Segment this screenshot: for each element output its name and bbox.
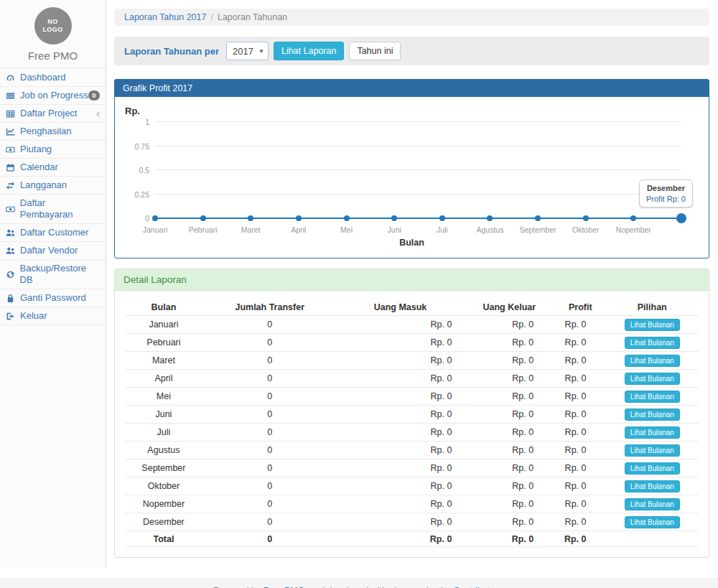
sidebar-item-dashboard[interactable]: Dashboard bbox=[0, 69, 106, 87]
cell-profit: Rp. 0 bbox=[555, 370, 605, 388]
cell-profit: Rp. 0 bbox=[555, 388, 605, 406]
chart-panel: Grafik Profit 2017 Rp. Desember Profit R… bbox=[114, 79, 709, 258]
cell-uang-keluar: Rp. 0 bbox=[463, 459, 555, 477]
cell-profit: Rp. 0 bbox=[555, 513, 605, 531]
brand: NO LOGO Free PMO bbox=[0, 0, 106, 68]
x-tick-label: Juli bbox=[437, 225, 448, 234]
lihat-bulanan-button[interactable]: Lihat Bulanan bbox=[625, 480, 680, 493]
cell-pilihan: Lihat Bulanan bbox=[606, 459, 699, 477]
sidebar-item-piutang[interactable]: Piutang bbox=[0, 141, 106, 159]
lihat-bulanan-button[interactable]: Lihat Bulanan bbox=[625, 426, 680, 439]
sidebar-item-label: Daftar Customer bbox=[20, 227, 88, 238]
year-select-wrap: 2017 ▼ bbox=[226, 42, 269, 60]
y-tick-label: 1 bbox=[123, 118, 149, 126]
sidebar-item-keluar[interactable]: Keluar bbox=[0, 307, 106, 325]
data-point-nopember[interactable] bbox=[630, 215, 636, 221]
data-point-agustus[interactable] bbox=[487, 215, 493, 221]
lihat-bulanan-button[interactable]: Lihat Bulanan bbox=[625, 391, 680, 403]
sidebar-item-label: Piutang bbox=[20, 144, 52, 155]
sidebar-item-penghasilan[interactable]: Penghasilan bbox=[0, 123, 106, 141]
cell-uang-masuk: Rp. 0 bbox=[337, 388, 464, 406]
sidebar-item-label: Backup/Restore DB bbox=[20, 263, 100, 286]
sidebar-item-daftar-customer[interactable]: Daftar Customer bbox=[0, 224, 106, 242]
gridline bbox=[155, 194, 681, 195]
cell-pilihan: Lihat Bulanan bbox=[606, 352, 699, 370]
lihat-bulanan-button[interactable]: Lihat Bulanan bbox=[625, 409, 680, 421]
sidebar-item-label: Keluar bbox=[20, 310, 47, 322]
sidebar-item-ganti-password[interactable]: Ganti Password bbox=[0, 289, 106, 307]
footer: Powered by Free PMO, and developed with … bbox=[0, 578, 718, 588]
sidebar-item-label: Daftar Project bbox=[20, 108, 77, 119]
data-point-pebruari[interactable] bbox=[200, 215, 206, 221]
cell-pilihan: Lihat Bulanan bbox=[606, 513, 699, 531]
chart-body: Rp. Desember Profit Rp: 0 00.250.50.751J… bbox=[115, 97, 709, 258]
cell-pilihan: Lihat Bulanan bbox=[606, 388, 699, 406]
sidebar-item-daftar-vendor[interactable]: Daftar Vendor bbox=[0, 242, 106, 260]
main-content: Laporan Tahun 2017/Laporan Tahunan Lapor… bbox=[106, 0, 718, 568]
breadcrumb-link[interactable]: Laporan Tahun 2017 bbox=[124, 12, 206, 22]
money-icon bbox=[6, 205, 17, 214]
cell-uang-masuk: Rp. 0 bbox=[337, 316, 464, 334]
data-point-mei[interactable] bbox=[344, 215, 350, 221]
cell-jumlah-transfer: 0 bbox=[202, 495, 337, 513]
x-tick-label: September bbox=[519, 225, 556, 234]
y-tick-label: 0.25 bbox=[123, 190, 149, 199]
sidebar-item-daftar-project[interactable]: Daftar Project‹ bbox=[0, 105, 106, 123]
lihat-laporan-button[interactable]: Lihat Laporan bbox=[274, 42, 344, 60]
tahun-ini-button[interactable]: Tahun ini bbox=[349, 42, 401, 60]
y-tick-label: 0 bbox=[123, 214, 149, 223]
lihat-bulanan-button[interactable]: Lihat Bulanan bbox=[625, 498, 680, 510]
table-row: Nopember0Rp. 0Rp. 0Rp. 0Lihat Bulanan bbox=[125, 495, 699, 513]
chart-tooltip-title: Desember bbox=[646, 184, 686, 192]
sidebar-item-daftar-pembayaran[interactable]: Daftar Pembayaran bbox=[0, 195, 106, 224]
retweet-icon bbox=[6, 181, 17, 190]
cell-profit: Rp. 0 bbox=[555, 316, 605, 334]
sidebar-item-calendar[interactable]: Calendar bbox=[0, 159, 106, 177]
cell-uang-masuk: Rp. 0 bbox=[337, 442, 464, 459]
data-point-juni[interactable] bbox=[391, 215, 397, 221]
logo-text: NO LOGO bbox=[42, 18, 65, 34]
cell-jumlah-transfer: 0 bbox=[202, 370, 337, 388]
tasks-icon bbox=[6, 91, 17, 101]
report-panel: Detail Laporan BulanJumlah TransferUang … bbox=[114, 269, 709, 558]
data-point-april[interactable] bbox=[296, 215, 302, 221]
lihat-bulanan-button[interactable]: Lihat Bulanan bbox=[625, 319, 680, 331]
data-point-desember[interactable] bbox=[676, 213, 686, 223]
cell-profit: Rp. 0 bbox=[555, 352, 605, 370]
total-cell-uang-keluar: Rp. 0 bbox=[463, 531, 555, 547]
lihat-bulanan-button[interactable]: Lihat Bulanan bbox=[625, 462, 680, 475]
x-tick-label: Mei bbox=[340, 225, 353, 234]
column-header-jumlah-transfer: Jumlah Transfer bbox=[202, 299, 337, 316]
cell-pilihan: Lihat Bulanan bbox=[606, 442, 699, 459]
users-icon bbox=[6, 228, 17, 238]
report-body: BulanJumlah TransferUang MasukUang Kelua… bbox=[115, 291, 709, 557]
line-chart-icon bbox=[6, 127, 17, 136]
data-point-maret[interactable] bbox=[248, 215, 253, 221]
cell-uang-masuk: Rp. 0 bbox=[337, 406, 464, 424]
lihat-bulanan-button[interactable]: Lihat Bulanan bbox=[625, 516, 680, 528]
data-point-oktober[interactable] bbox=[583, 215, 589, 221]
cell-uang-keluar: Rp. 0 bbox=[463, 477, 555, 495]
sidebar-item-langganan[interactable]: Langganan bbox=[0, 177, 106, 195]
sidebar-item-job-on-progress[interactable]: Job on Progress0 bbox=[0, 87, 106, 105]
data-point-januari[interactable] bbox=[152, 215, 158, 221]
money-icon bbox=[6, 145, 17, 154]
data-point-september[interactable] bbox=[535, 215, 541, 221]
breadcrumb-current: Laporan Tahunan bbox=[218, 12, 287, 22]
year-select[interactable]: 2017 bbox=[226, 42, 269, 60]
cell-pilihan: Lihat Bulanan bbox=[606, 424, 699, 442]
chart-tooltip: Desember Profit Rp: 0 bbox=[639, 179, 693, 207]
lihat-bulanan-button[interactable]: Lihat Bulanan bbox=[625, 337, 680, 349]
cell-uang-keluar: Rp. 0 bbox=[463, 513, 555, 531]
total-cell-uang-masuk: Rp. 0 bbox=[337, 531, 464, 547]
lihat-bulanan-button[interactable]: Lihat Bulanan bbox=[625, 444, 680, 457]
cell-uang-keluar: Rp. 0 bbox=[463, 495, 555, 513]
data-point-juli[interactable] bbox=[439, 215, 445, 221]
table-total-row: Total0Rp. 0Rp. 0Rp. 0 bbox=[125, 531, 699, 547]
count-badge: 0 bbox=[88, 90, 100, 101]
lihat-bulanan-button[interactable]: Lihat Bulanan bbox=[625, 355, 680, 367]
cell-uang-keluar: Rp. 0 bbox=[463, 316, 555, 334]
lihat-bulanan-button[interactable]: Lihat Bulanan bbox=[625, 373, 680, 385]
sidebar-item-backup-restore-db[interactable]: Backup/Restore DB bbox=[0, 260, 106, 289]
sidebar-item-label: Daftar Vendor bbox=[20, 245, 78, 256]
